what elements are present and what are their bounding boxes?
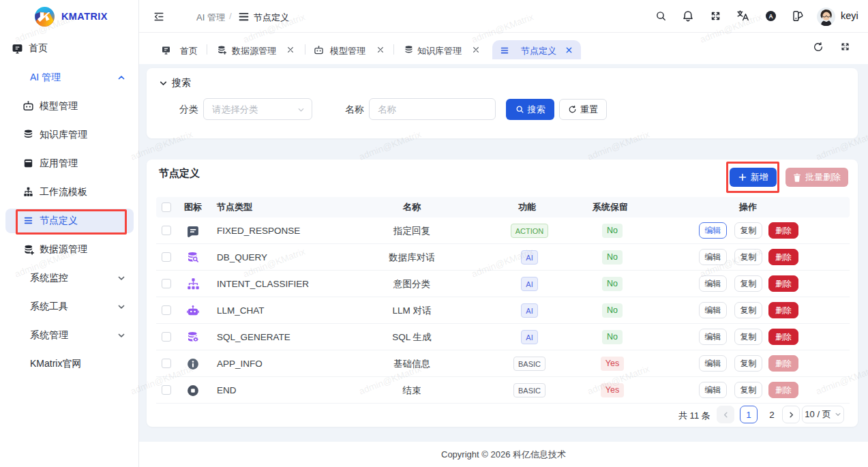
svg-text:A: A — [768, 13, 773, 20]
